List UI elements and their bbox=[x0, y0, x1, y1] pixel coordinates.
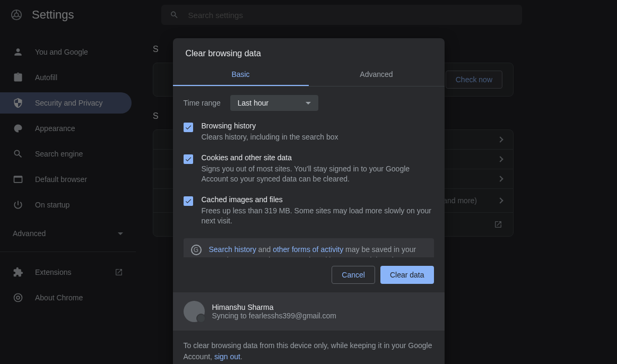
chevron-down-icon bbox=[306, 102, 311, 105]
clear-browsing-data-dialog: Clear browsing data Basic Advanced Time … bbox=[173, 38, 445, 364]
checkbox-desc: Clears history, including in the search … bbox=[202, 132, 338, 143]
time-range-value: Last hour bbox=[238, 99, 268, 107]
checkbox-cached-images[interactable]: Cached images and files Frees up less th… bbox=[173, 190, 445, 232]
cancel-button[interactable]: Cancel bbox=[332, 266, 375, 284]
tab-basic[interactable]: Basic bbox=[173, 64, 309, 86]
checkbox-browsing-history[interactable]: Browsing history Clears history, includi… bbox=[173, 116, 445, 148]
dialog-actions: Cancel Clear data bbox=[173, 257, 445, 292]
modal-overlay: Clear browsing data Basic Advanced Time … bbox=[0, 0, 617, 364]
avatar bbox=[184, 301, 205, 322]
account-section: Himanshu Sharma Syncing to fearlesshs399… bbox=[173, 292, 445, 331]
account-sync-status: Syncing to fearlesshs399@gmail.com bbox=[212, 311, 336, 320]
dialog-scroll-area[interactable]: Time range Last hour Browsing history Cl… bbox=[173, 86, 445, 257]
dialog-tabs: Basic Advanced bbox=[173, 64, 445, 86]
checkbox-input[interactable] bbox=[184, 123, 193, 132]
info-text: Search history and other forms of activi… bbox=[209, 245, 427, 257]
clear-data-button[interactable]: Clear data bbox=[380, 266, 434, 284]
checkbox-desc: Frees up less than 319 MB. Some sites ma… bbox=[202, 206, 434, 227]
checkbox-title: Cached images and files bbox=[202, 195, 434, 204]
time-range-label: Time range bbox=[184, 99, 221, 107]
checkbox-cookies[interactable]: Cookies and other site data Signs you ou… bbox=[173, 148, 445, 190]
other-activity-link[interactable]: other forms of activity bbox=[273, 245, 343, 254]
time-range-dropdown[interactable]: Last hour bbox=[230, 95, 318, 111]
checkbox-input[interactable] bbox=[184, 196, 193, 206]
account-name: Himanshu Sharma bbox=[212, 303, 336, 311]
sign-out-link[interactable]: sign out bbox=[214, 352, 240, 361]
checkbox-desc: Signs you out of most sites. You'll stay… bbox=[202, 164, 434, 185]
footer-note: To clear browsing data from this device … bbox=[173, 331, 445, 364]
checkbox-title: Cookies and other site data bbox=[202, 153, 434, 162]
tab-advanced[interactable]: Advanced bbox=[309, 64, 445, 86]
checkbox-input[interactable] bbox=[184, 154, 193, 164]
google-info-box: G Search history and other forms of acti… bbox=[184, 238, 434, 257]
search-history-link[interactable]: Search history bbox=[209, 245, 256, 254]
checkbox-title: Browsing history bbox=[202, 122, 338, 130]
google-icon: G bbox=[191, 245, 202, 255]
dialog-title: Clear browsing data bbox=[173, 38, 445, 64]
